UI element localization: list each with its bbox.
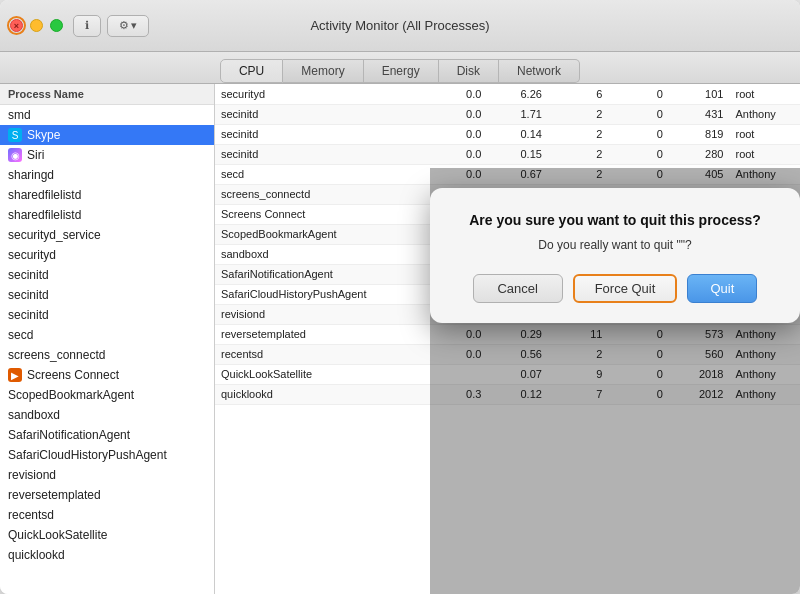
table-cell: QuickLookSatellite bbox=[215, 364, 427, 384]
process-row[interactable]: ScopedBookmarkAgent bbox=[0, 385, 214, 405]
process-name-label: ScopedBookmarkAgent bbox=[8, 388, 134, 402]
quit-button[interactable]: Quit bbox=[687, 274, 757, 303]
screens-icon: ▶ bbox=[8, 368, 22, 382]
process-row[interactable]: securityd bbox=[0, 245, 214, 265]
process-name-label: QuickLookSatellite bbox=[8, 528, 107, 542]
table-cell: securityd bbox=[215, 84, 427, 104]
table-cell: root bbox=[729, 84, 800, 104]
info-icon: ℹ bbox=[85, 19, 89, 32]
info-button[interactable]: ℹ bbox=[73, 15, 101, 37]
table-cell: revisiond bbox=[215, 304, 427, 324]
table-cell: SafariCloudHistoryPushAgent bbox=[215, 284, 427, 304]
force-quit-button[interactable]: Force Quit bbox=[573, 274, 678, 303]
table-cell: secd bbox=[215, 164, 427, 184]
table-cell: Screens Connect bbox=[215, 204, 427, 224]
table-row[interactable]: securityd0.06.2660101root bbox=[215, 84, 800, 104]
process-name-label: secd bbox=[8, 328, 33, 342]
process-row[interactable]: revisiond bbox=[0, 465, 214, 485]
table-cell: 2 bbox=[548, 104, 609, 124]
process-row[interactable]: ▶Screens Connect bbox=[0, 365, 214, 385]
process-name-label: screens_connectd bbox=[8, 348, 105, 362]
process-row[interactable]: recentsd bbox=[0, 505, 214, 525]
dialog-body-suffix: "? bbox=[681, 238, 692, 252]
main-content: Process Name smdSSkype◉Sirisharingdshare… bbox=[0, 84, 800, 594]
process-name-label: Siri bbox=[27, 148, 44, 162]
table-cell: SafariNotificationAgent bbox=[215, 264, 427, 284]
title-bar: × ℹ ⚙ ▾ Activity Monitor (All Processes) bbox=[0, 0, 800, 52]
table-row[interactable]: secinitd0.00.1420819root bbox=[215, 124, 800, 144]
process-name-label: sharingd bbox=[8, 168, 54, 182]
process-row[interactable]: sandboxd bbox=[0, 405, 214, 425]
process-row[interactable]: reversetemplated bbox=[0, 485, 214, 505]
table-cell: 0 bbox=[608, 144, 669, 164]
table-cell: 0.0 bbox=[427, 124, 488, 144]
process-name-label: recentsd bbox=[8, 508, 54, 522]
table-cell: reversetemplated bbox=[215, 324, 427, 344]
process-row[interactable]: SSkype bbox=[0, 125, 214, 145]
process-name-label: Skype bbox=[27, 128, 60, 142]
window-title: Activity Monitor (All Processes) bbox=[310, 18, 489, 33]
process-name-label: SafariNotificationAgent bbox=[8, 428, 130, 442]
table-cell: secinitd bbox=[215, 124, 427, 144]
process-row[interactable]: smd bbox=[0, 105, 214, 125]
process-row[interactable]: sharingd bbox=[0, 165, 214, 185]
process-row[interactable]: SafariNotificationAgent bbox=[0, 425, 214, 445]
process-row[interactable]: ◉Siri bbox=[0, 145, 214, 165]
process-name-label: Screens Connect bbox=[27, 368, 119, 382]
process-row[interactable]: sharedfilelistd bbox=[0, 205, 214, 225]
skype-icon: S bbox=[8, 128, 22, 142]
process-row[interactable]: SafariCloudHistoryPushAgent bbox=[0, 445, 214, 465]
process-name-label: secinitd bbox=[8, 308, 49, 322]
dialog-overlay: Are you sure you want to quit this proce… bbox=[430, 168, 800, 594]
tab-cpu[interactable]: CPU bbox=[220, 59, 283, 83]
table-cell: 431 bbox=[669, 104, 730, 124]
table-cell: 6.26 bbox=[487, 84, 548, 104]
table-cell: 0.0 bbox=[427, 144, 488, 164]
table-cell: 1.71 bbox=[487, 104, 548, 124]
dialog-buttons: Cancel Force Quit Quit bbox=[460, 274, 770, 303]
tab-bar: CPU Memory Energy Disk Network bbox=[0, 52, 800, 84]
table-cell: secinitd bbox=[215, 104, 427, 124]
right-panel: securityd0.06.2660101rootsecinitd0.01.71… bbox=[215, 84, 800, 594]
minimize-button[interactable] bbox=[30, 19, 43, 32]
cancel-button[interactable]: Cancel bbox=[473, 274, 563, 303]
maximize-button[interactable] bbox=[50, 19, 63, 32]
tab-energy[interactable]: Energy bbox=[364, 59, 439, 83]
table-cell: 0 bbox=[608, 124, 669, 144]
tab-disk[interactable]: Disk bbox=[439, 59, 499, 83]
process-row[interactable]: QuickLookSatellite bbox=[0, 525, 214, 545]
process-name-label: sharedfilelistd bbox=[8, 188, 81, 202]
process-name-label: revisiond bbox=[8, 468, 56, 482]
table-cell: 0 bbox=[608, 84, 669, 104]
process-row[interactable]: screens_connectd bbox=[0, 345, 214, 365]
table-cell: Anthony bbox=[729, 104, 800, 124]
process-row[interactable]: secd bbox=[0, 325, 214, 345]
process-row[interactable]: secinitd bbox=[0, 285, 214, 305]
table-cell: secinitd bbox=[215, 144, 427, 164]
process-name-label: quicklookd bbox=[8, 548, 65, 562]
tab-memory[interactable]: Memory bbox=[283, 59, 363, 83]
table-row[interactable]: secinitd0.00.1520280root bbox=[215, 144, 800, 164]
gear-button[interactable]: ⚙ ▾ bbox=[107, 15, 149, 37]
process-row[interactable]: secinitd bbox=[0, 265, 214, 285]
process-list: Process Name smdSSkype◉Sirisharingdshare… bbox=[0, 84, 215, 594]
siri-icon: ◉ bbox=[8, 148, 22, 162]
process-name-label: sharedfilelistd bbox=[8, 208, 81, 222]
process-row[interactable]: secinitd bbox=[0, 305, 214, 325]
table-cell: 280 bbox=[669, 144, 730, 164]
process-row[interactable]: sharedfilelistd bbox=[0, 185, 214, 205]
table-cell: recentsd bbox=[215, 344, 427, 364]
close-button[interactable]: × bbox=[10, 19, 23, 32]
process-name-label: secinitd bbox=[8, 268, 49, 282]
dialog-title: Are you sure you want to quit this proce… bbox=[460, 212, 770, 228]
process-name-label: securityd_service bbox=[8, 228, 101, 242]
tab-network[interactable]: Network bbox=[499, 59, 580, 83]
table-cell: ScopedBookmarkAgent bbox=[215, 224, 427, 244]
traffic-lights: × bbox=[10, 19, 63, 32]
process-name-label: SafariCloudHistoryPushAgent bbox=[8, 448, 167, 462]
process-row[interactable]: securityd_service bbox=[0, 225, 214, 245]
table-cell: 0.15 bbox=[487, 144, 548, 164]
table-cell: sandboxd bbox=[215, 244, 427, 264]
table-row[interactable]: secinitd0.01.7120431Anthony bbox=[215, 104, 800, 124]
process-row[interactable]: quicklookd bbox=[0, 545, 214, 565]
